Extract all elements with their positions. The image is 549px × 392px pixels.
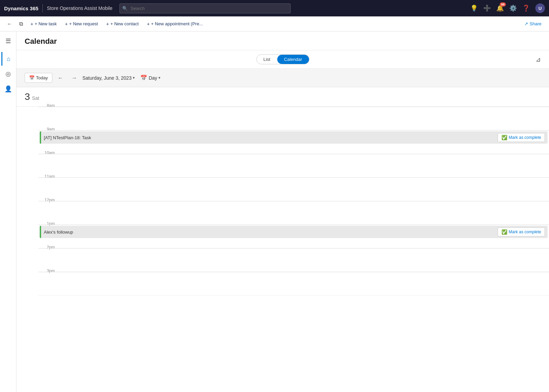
help-icon[interactable]: ❓ — [522, 4, 530, 12]
date-chevron-icon: ▾ — [133, 76, 135, 80]
plus-icon-2: + — [65, 21, 68, 27]
time-slot-3pm: 3pm — [38, 272, 549, 296]
back-button[interactable]: ← — [4, 19, 15, 28]
search-container: 🔍 — [119, 3, 291, 13]
time-slot-10am: 10am — [38, 154, 549, 178]
new-contact-label: + New contact — [110, 21, 139, 26]
new-request-label: + New request — [69, 21, 98, 26]
day-number: 3 — [25, 91, 30, 102]
top-navigation: Dynamics 365 Store Operations Assist Mob… — [0, 0, 549, 16]
prev-day-button[interactable]: ← — [55, 74, 66, 82]
plus-icon-3: + — [106, 21, 109, 27]
event-alexfollowup[interactable]: Alex's followup ✅ Mark as complete — [40, 226, 548, 238]
lightbulb-icon[interactable]: 💡 — [470, 4, 478, 12]
page-title: Calendar — [25, 37, 541, 46]
brand-name: Dynamics 365 — [4, 5, 38, 11]
calendar-view-button[interactable]: Calendar — [277, 55, 309, 64]
list-view-button[interactable]: List — [257, 55, 277, 64]
search-input[interactable] — [119, 3, 291, 13]
filter-icon: ⊿ — [536, 56, 541, 63]
new-contact-button[interactable]: + + New contact — [103, 19, 142, 29]
time-grid: 8am 9am [AT] NTestPlan-18: Task ✅ Mark a… — [16, 107, 549, 296]
mark-complete-alexfollowup-button[interactable]: ✅ Mark as complete — [498, 227, 545, 236]
sidebar-item-goals[interactable]: ◎ — [1, 67, 15, 81]
today-label: Today — [36, 75, 48, 80]
notification-icon[interactable]: 🔔 99 — [496, 4, 504, 12]
new-tab-button[interactable]: ⧉ — [16, 19, 26, 28]
plus-icon-4: + — [147, 21, 150, 27]
calendar-toolbar: List Calendar ⊿ — [16, 50, 549, 69]
event-ntestplan[interactable]: [AT] NTestPlan-18: Task ✅ Mark as comple… — [40, 131, 548, 144]
sidebar-hamburger[interactable]: ☰ — [1, 34, 15, 48]
current-date-text: Saturday, June 3, 2023 — [82, 75, 132, 81]
current-date-display[interactable]: Saturday, June 3, 2023 ▾ — [82, 75, 135, 81]
add-icon[interactable]: ➕ — [483, 4, 491, 12]
slot-content-11am — [38, 178, 549, 201]
main-content: Calendar List Calendar ⊿ 📅 Today ← → Sat… — [16, 31, 549, 392]
new-task-label: + New task — [35, 21, 57, 26]
slot-content-1pm: Alex's followup ✅ Mark as complete — [38, 225, 549, 248]
new-appointment-label: + New appointment (Pre... — [151, 21, 203, 26]
slot-content-9am: [AT] NTestPlan-18: Task ✅ Mark as comple… — [38, 130, 549, 154]
slot-content-8am — [38, 107, 549, 130]
calendar-area: 3 Sat 8am 9am [AT] NTestPlan-18: Task — [16, 87, 549, 392]
time-slot-9am: 9am [AT] NTestPlan-18: Task ✅ Mark as co… — [38, 130, 549, 154]
next-day-button[interactable]: → — [69, 74, 80, 82]
time-slot-11am: 11am — [38, 178, 549, 201]
app-name: Store Operations Assist Mobile — [47, 5, 112, 11]
slot-content-10am — [38, 154, 549, 177]
slot-content-12pm — [38, 201, 549, 224]
mark-complete-alexfollowup-label: Mark as complete — [509, 230, 541, 234]
sidebar-item-home[interactable]: ⌂ — [1, 52, 15, 66]
plus-icon: + — [30, 21, 33, 27]
new-request-button[interactable]: + + New request — [62, 19, 101, 29]
event-alexfollowup-title: Alex's followup — [44, 230, 73, 235]
day-name: Sat — [32, 95, 39, 101]
event-ntestplan-title: [AT] NTestPlan-18: Task — [44, 135, 91, 140]
share-icon: ↗ — [524, 21, 528, 26]
nav-divider — [42, 4, 43, 12]
check-circle-icon-2: ✅ — [501, 229, 507, 235]
avatar[interactable]: U — [535, 3, 545, 13]
date-navigation: 📅 Today ← → Saturday, June 3, 2023 ▾ 📅 D… — [16, 69, 549, 87]
settings-icon[interactable]: ⚙️ — [509, 4, 517, 12]
mark-complete-ntestplan-button[interactable]: ✅ Mark as complete — [498, 133, 545, 142]
action-toolbar: ← ⧉ + + New task + + New request + + New… — [0, 16, 549, 31]
page-header: Calendar — [16, 31, 549, 50]
view-type-selector[interactable]: 📅 Day ▾ — [140, 75, 161, 81]
filter-button[interactable]: ⊿ — [536, 56, 541, 63]
nav-icons: 💡 ➕ 🔔 99 ⚙️ ❓ U — [470, 3, 545, 13]
share-button[interactable]: ↗ Share — [521, 19, 545, 28]
view-type-label: Day — [149, 75, 157, 81]
view-calendar-icon: 📅 — [140, 75, 147, 81]
sidebar: ☰ ⌂ ◎ 👤 — [0, 31, 16, 392]
share-label: Share — [529, 21, 541, 26]
time-slot-2pm: 2pm — [38, 248, 549, 272]
notification-badge: 99 — [500, 2, 506, 6]
slot-content-2pm — [38, 248, 549, 272]
slot-content-3pm — [38, 272, 549, 295]
new-appointment-button[interactable]: + + New appointment (Pre... — [143, 19, 206, 29]
today-button[interactable]: 📅 Today — [25, 73, 52, 83]
view-toggle: List Calendar — [256, 54, 309, 64]
mark-complete-ntestplan-label: Mark as complete — [509, 135, 541, 140]
sidebar-item-contacts[interactable]: 👤 — [1, 82, 15, 96]
calendar-icon: 📅 — [29, 75, 35, 80]
day-header: 3 Sat — [16, 87, 549, 107]
main-layout: ☰ ⌂ ◎ 👤 Calendar List Calendar ⊿ 📅 Today — [0, 31, 549, 392]
check-circle-icon: ✅ — [501, 135, 507, 140]
time-slot-1pm: 1pm Alex's followup ✅ Mark as complete — [38, 225, 549, 248]
time-slot-8am: 8am — [38, 107, 549, 130]
view-type-chevron-icon: ▾ — [158, 76, 161, 80]
time-slot-12pm: 12pm — [38, 201, 549, 225]
new-task-button[interactable]: + + New task — [27, 19, 60, 29]
